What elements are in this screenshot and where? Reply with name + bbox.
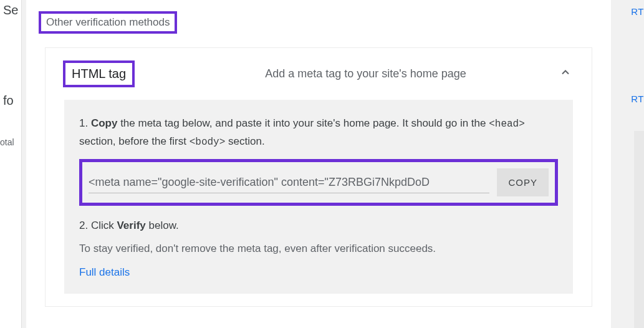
step1-code1: <head> — [489, 118, 525, 130]
verification-method-html-tag: HTML tag Add a meta tag to your site's h… — [45, 47, 592, 307]
step2-bold: Verify — [117, 219, 145, 231]
full-details-link[interactable]: Full details — [79, 266, 558, 279]
step2-prefix: 2. Click — [79, 219, 117, 231]
accordion-header[interactable]: HTML tag Add a meta tag to your site's h… — [46, 48, 592, 100]
method-title-wrap: HTML tag — [63, 60, 135, 87]
meta-tag-highlight: COPY — [79, 159, 558, 206]
scrollbar[interactable] — [634, 131, 644, 328]
step1-prefix: 1. — [79, 117, 91, 129]
background-left-panel: Se fo otal — [0, 0, 22, 328]
meta-tag-field[interactable] — [89, 172, 489, 193]
step2-suffix: below. — [146, 219, 179, 231]
bg-right-btn-1: RT — [631, 6, 644, 17]
verification-note: To stay verified, don't remove the meta … — [79, 243, 558, 255]
bg-right-btn-2: RT — [631, 94, 644, 104]
method-description: Add a meta tag to your site's home page — [147, 67, 547, 80]
step1-code2: <body> — [190, 137, 226, 148]
method-title: HTML tag — [63, 60, 135, 87]
meta-tag-field-wrap — [89, 172, 489, 193]
chevron-up-icon — [559, 66, 574, 82]
step1-bold: Copy — [91, 117, 118, 129]
section-header: Other verification methods — [26, 0, 611, 41]
step1-suffix: section. — [225, 135, 264, 147]
step1-mid: the meta tag below, and paste it into yo… — [117, 117, 489, 129]
step-1: 1. Copy the meta tag below, and paste it… — [79, 115, 558, 150]
bg-label-top: Se — [3, 3, 18, 17]
copy-button[interactable]: COPY — [497, 168, 549, 196]
verification-modal: Other verification methods HTML tag Add … — [26, 0, 611, 328]
step1-mid2: section, before the first — [79, 135, 190, 147]
accordion-body: 1. Copy the meta tag below, and paste it… — [64, 100, 573, 294]
background-right-panel: RT RT — [625, 0, 644, 328]
meta-tag-row: COPY — [89, 168, 549, 196]
step-2: 2. Click Verify below. — [79, 217, 558, 234]
bg-label-small: otal — [0, 137, 14, 147]
bg-label-mid: fo — [3, 94, 14, 108]
section-title: Other verification methods — [39, 11, 177, 34]
